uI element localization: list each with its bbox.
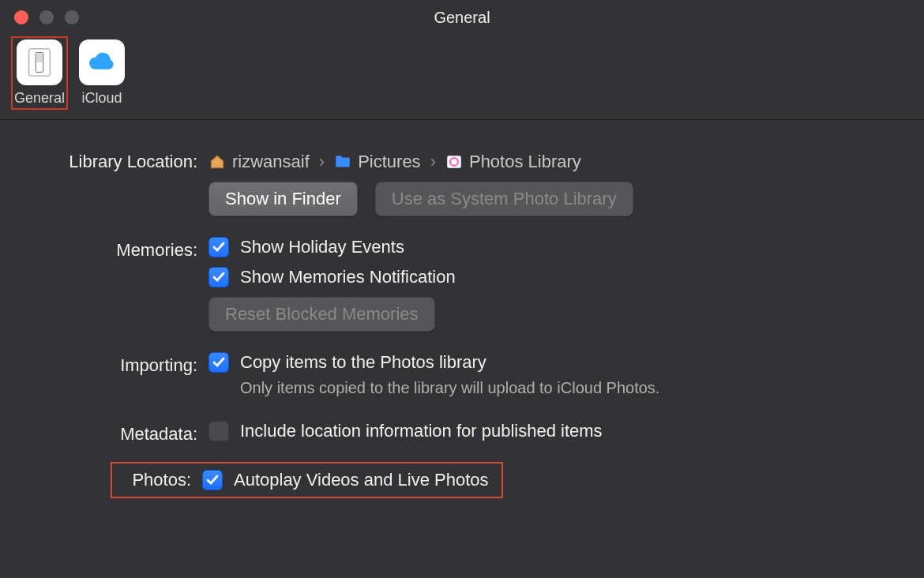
photos-library-icon [445, 153, 463, 171]
checkbox-checked-icon [202, 470, 223, 490]
row-library-location: Library Location: rizwansaif › Pictures … [32, 148, 892, 216]
row-importing: Importing: Copy items to the Photos libr… [32, 352, 892, 397]
show-in-finder-button[interactable]: Show in Finder [208, 182, 358, 216]
checkbox-checked-icon [208, 352, 229, 373]
tab-general[interactable]: General [11, 36, 68, 110]
switch-icon [17, 39, 62, 85]
autoplay-checkbox[interactable]: Autoplay Videos and Live Photos [202, 470, 489, 490]
autoplay-label: Autoplay Videos and Live Photos [234, 470, 489, 490]
photos-highlight: Photos: Autoplay Videos and Live Photos [111, 462, 503, 498]
include-location-label: Include location information for publish… [240, 421, 603, 441]
svg-rect-2 [36, 54, 43, 62]
checkbox-checked-icon [208, 267, 229, 287]
library-location-label: Library Location: [32, 148, 197, 172]
importing-label: Importing: [32, 352, 197, 376]
content: Library Location: rizwansaif › Pictures … [0, 120, 924, 498]
include-location-checkbox[interactable]: Include location information for publish… [208, 421, 892, 441]
crumb-library: Photos Library [445, 152, 581, 172]
crumb-home: rizwansaif [208, 152, 310, 172]
use-as-system-library-button: Use as System Photo Library [375, 182, 633, 216]
show-holiday-events-label: Show Holiday Events [240, 237, 404, 257]
chevron-right-icon: › [430, 152, 436, 172]
show-memories-notification-label: Show Memories Notification [240, 267, 456, 287]
metadata-label: Metadata: [32, 421, 197, 445]
importing-helper-text: Only items copied to the library will up… [240, 379, 892, 397]
tab-general-label: General [14, 90, 65, 107]
photos-label: Photos: [120, 470, 191, 490]
crumb-pictures-text: Pictures [358, 152, 420, 172]
titlebar: General [0, 0, 924, 35]
cloud-icon [79, 39, 125, 85]
memories-label: Memories: [32, 237, 197, 261]
checkbox-checked-icon [208, 237, 229, 257]
show-memories-notification-checkbox[interactable]: Show Memories Notification [208, 267, 892, 287]
chevron-right-icon: › [319, 152, 325, 172]
row-metadata: Metadata: Include location information f… [32, 421, 892, 445]
tab-icloud-label: iCloud [82, 90, 122, 107]
crumb-library-text: Photos Library [469, 152, 581, 172]
show-holiday-events-checkbox[interactable]: Show Holiday Events [208, 237, 892, 257]
checkbox-unchecked-icon [208, 421, 229, 441]
crumb-pictures: Pictures [334, 152, 420, 172]
folder-icon [334, 153, 351, 171]
copy-items-checkbox[interactable]: Copy items to the Photos library [208, 352, 892, 373]
library-location-path: rizwansaif › Pictures › Photos Library [208, 148, 892, 172]
prefs-toolbar: General iCloud [0, 35, 924, 120]
crumb-home-text: rizwansaif [232, 152, 310, 172]
window-title: General [0, 9, 924, 27]
row-memories: Memories: Show Holiday Events Show Memor… [32, 237, 892, 332]
home-icon [208, 153, 226, 171]
svg-rect-4 [336, 156, 342, 159]
row-photos: Photos: Autoplay Videos and Live Photos [32, 462, 892, 498]
tab-icloud[interactable]: iCloud [76, 36, 128, 110]
reset-blocked-memories-button: Reset Blocked Memories [208, 297, 435, 332]
copy-items-label: Copy items to the Photos library [240, 352, 486, 373]
